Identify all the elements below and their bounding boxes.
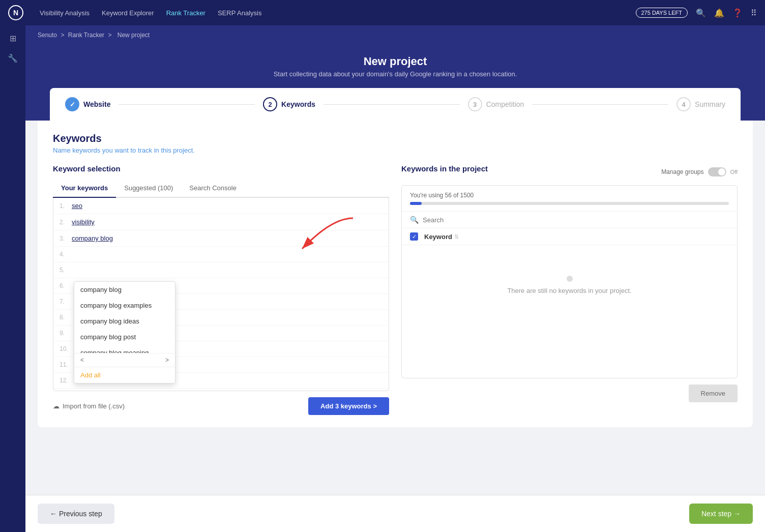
body-area: Keywords Name keywords you want to track… — [25, 121, 765, 495]
step-competition: 3 Competition — [468, 97, 524, 111]
breadcrumb: Senuto > Rank Tracker > New project — [38, 32, 753, 39]
tab-your-keywords[interactable]: Your keywords — [53, 179, 116, 198]
keyword-item-3: 3. company blog — [53, 230, 389, 247]
wrench-icon[interactable]: 🔧 — [8, 53, 18, 63]
main-layout: ⊞ 🔧 Senuto > Rank Tracker > New project … — [0, 25, 765, 532]
bell-icon[interactable]: 🔔 — [714, 8, 724, 18]
dropdown-scroll[interactable]: company blog company blog examples compa… — [74, 282, 175, 353]
nav-link-rank-tracker[interactable]: Rank Tracker — [166, 9, 205, 17]
dropdown-prev[interactable]: < — [78, 356, 86, 365]
tab-suggested[interactable]: Suggested (100) — [116, 179, 181, 198]
breadcrumb-senuto[interactable]: Senuto — [38, 32, 57, 39]
empty-state: There are still no keywords in your proj… — [402, 245, 737, 325]
step-summary: 4 Summary — [676, 97, 725, 111]
manage-groups-toggle[interactable] — [708, 167, 726, 176]
dropdown-navigation: < > — [74, 353, 175, 367]
toggle-off-label: Off — [730, 169, 738, 175]
keyword-item-13: 13. — [53, 389, 389, 391]
keywords-project-content: You're using 56 of 1500 🔍 — [401, 185, 738, 378]
keyword-header-row: ✓ Keyword ⇅ — [402, 228, 737, 245]
step-connector-3 — [532, 104, 668, 105]
right-header: Keywords in the project Manage groups Of… — [401, 164, 738, 179]
dropdown-next[interactable]: > — [163, 356, 171, 365]
page-title: New project — [38, 55, 753, 68]
dropdown-add-all[interactable]: Add all — [74, 367, 175, 383]
nav-links: Visibility Analysis Keyword Explorer Ran… — [40, 9, 624, 17]
left-column: Keyword selection Your keywords Suggeste… — [53, 164, 389, 415]
dropdown-item-3[interactable]: company blog ideas — [74, 313, 175, 329]
keyword-list-scroll[interactable]: 1. seo 2. visibility 3. company blog — [53, 198, 389, 391]
page-title-area: New project Start collecting data about … — [38, 47, 753, 78]
right-column: Keywords in the project Manage groups Of… — [401, 164, 738, 415]
breadcrumb-rank-tracker[interactable]: Rank Tracker — [68, 32, 104, 39]
step-2-label: Keywords — [281, 100, 315, 108]
usage-text: You're using 56 of 1500 — [410, 192, 729, 199]
keyword-visibility[interactable]: visibility — [72, 218, 95, 226]
keyword-tabs: Your keywords Suggested (100) Search Con… — [53, 179, 389, 198]
breadcrumb-new-project: New project — [117, 32, 150, 39]
empty-state-text: There are still no keywords in your proj… — [507, 287, 631, 294]
step-connector-2 — [323, 104, 460, 105]
search-icon: 🔍 — [410, 216, 419, 224]
cloud-icon: ☁ — [53, 402, 60, 410]
select-all-checkbox[interactable]: ✓ — [410, 232, 418, 241]
navigation-buttons: ← Previous step Next step → — [25, 495, 765, 532]
apps-icon[interactable]: ⠿ — [751, 8, 757, 18]
search-icon[interactable]: 🔍 — [696, 8, 706, 18]
top-navigation: N Visibility Analysis Keyword Explorer R… — [0, 0, 765, 25]
previous-step-button[interactable]: ← Previous step — [38, 504, 114, 524]
main-content: Senuto > Rank Tracker > New project New … — [25, 25, 765, 532]
step-1-circle: ✓ — [65, 97, 79, 111]
search-field: 🔍 — [402, 212, 737, 228]
step-connector-1 — [119, 104, 255, 105]
sidebar: ⊞ 🔧 — [0, 25, 25, 532]
step-4-label: Summary — [695, 100, 725, 108]
two-column-layout: Keyword selection Your keywords Suggeste… — [53, 164, 738, 415]
step-website: ✓ Website — [65, 97, 110, 111]
dropdown-item-1[interactable]: company blog — [74, 282, 175, 298]
dropdown-item-5[interactable]: company blog meaning — [74, 345, 175, 353]
keywords-section-title: Keywords — [53, 133, 738, 144]
import-from-file-button[interactable]: ☁ Import from file (.csv) — [53, 402, 125, 410]
keyword-seo[interactable]: seo — [72, 202, 82, 210]
nav-link-keyword-explorer[interactable]: Keyword Explorer — [102, 9, 154, 17]
page-subtitle: Start collecting data about your domain'… — [38, 70, 753, 78]
keyword-list-container: 1. seo 2. visibility 3. company blog — [53, 198, 389, 391]
step-3-circle: 3 — [468, 97, 482, 111]
nav-right: 275 DAYS LEFT 🔍 🔔 ❓ ⠿ — [636, 8, 757, 18]
keyword-sort-icon[interactable]: ⇅ — [454, 233, 459, 240]
toggle-knob — [718, 168, 725, 175]
dropdown-item-2[interactable]: company blog examples — [74, 298, 175, 313]
usage-progress-fill — [410, 202, 422, 205]
nav-link-serp[interactable]: SERP Analysis — [218, 9, 261, 17]
remove-button[interactable]: Remove — [689, 385, 738, 402]
nav-link-visibility[interactable]: Visibility Analysis — [40, 9, 90, 17]
keyword-item-1: 1. seo — [53, 198, 389, 214]
add-keywords-button[interactable]: Add 3 keywords > — [308, 397, 389, 415]
header-band: Senuto > Rank Tracker > New project New … — [25, 25, 765, 121]
keyword-search-input[interactable] — [423, 216, 729, 224]
keywords-section-subtitle: Name keywords you want to track in this … — [53, 146, 738, 154]
next-step-button[interactable]: Next step → — [689, 504, 753, 524]
keyword-company-blog[interactable]: company blog — [72, 234, 113, 242]
manage-groups-label: Manage groups — [661, 168, 703, 175]
help-icon[interactable]: ❓ — [732, 8, 743, 18]
keywords-in-project-title: Keywords in the project — [401, 164, 488, 173]
step-3-label: Competition — [486, 100, 524, 108]
keyword-column-label: Keyword — [424, 233, 452, 241]
usage-bar-container: You're using 56 of 1500 — [402, 186, 737, 212]
tab-search-console[interactable]: Search Console — [181, 179, 245, 198]
grid-icon[interactable]: ⊞ — [10, 34, 16, 43]
steps-bar: ✓ Website 2 Keywords 3 Competition — [50, 88, 741, 121]
logo[interactable]: N — [8, 5, 23, 20]
days-left-badge: 275 DAYS LEFT — [636, 8, 688, 18]
keywords-card: Keywords Name keywords you want to track… — [38, 121, 753, 427]
keyword-dropdown: company blog company blog examples compa… — [74, 281, 175, 383]
step-4-circle: 4 — [676, 97, 691, 111]
usage-progress-bar — [410, 202, 729, 205]
step-2-circle: 2 — [263, 97, 277, 111]
keyword-item-4: 4. company blog company blog examples co… — [53, 247, 389, 262]
dropdown-item-4[interactable]: company blog post — [74, 329, 175, 345]
keyword-selection-title: Keyword selection — [53, 164, 389, 173]
manage-groups: Manage groups Off — [661, 167, 738, 176]
